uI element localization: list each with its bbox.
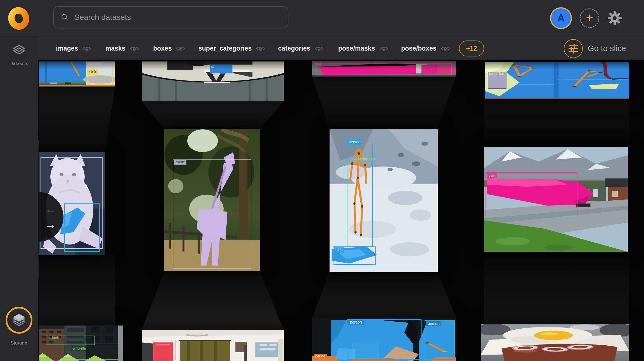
storage-ring <box>6 307 32 334</box>
search-input[interactable] <box>74 13 281 22</box>
annotation-label: person <box>314 354 327 359</box>
annotation-label: umbrella <box>48 336 60 340</box>
sidebar: Datasets Storage <box>0 37 38 361</box>
field-chip-masks[interactable]: masks <box>105 37 139 60</box>
bounding-box <box>173 159 251 269</box>
eye-off-icon[interactable] <box>176 46 185 52</box>
annotation-label: person <box>347 139 362 145</box>
annotation-label: person <box>348 320 364 325</box>
tile-city-image[interactable]: umbrella umbrella <box>39 326 123 361</box>
wall-wedge <box>484 99 629 147</box>
user-avatar[interactable]: A <box>550 7 572 29</box>
wall-wedge <box>312 77 456 129</box>
bounding-box <box>352 343 378 358</box>
tile-skier-image[interactable]: person pose/person skis <box>330 129 438 272</box>
eye-icon[interactable] <box>256 46 265 52</box>
annotation-label: person <box>426 321 441 326</box>
eye-icon[interactable] <box>130 46 139 52</box>
annotation-label: sports ball <box>489 72 505 76</box>
field-chip-super-categories[interactable]: super_categories <box>198 37 265 60</box>
tile-food-image[interactable] <box>481 324 629 361</box>
tile-giraffe-image[interactable]: giraffe <box>164 129 260 271</box>
annotation-label: train <box>487 173 497 178</box>
storage-hexagon-icon <box>12 313 26 327</box>
gear-icon <box>607 10 623 26</box>
tune-icon <box>568 43 579 54</box>
search-bar[interactable] <box>53 6 288 28</box>
more-fields-badge[interactable]: +12 <box>459 41 484 56</box>
go-to-slice-button[interactable] <box>564 39 583 58</box>
annotation-label: tv <box>210 65 214 69</box>
app-header: A + <box>0 0 644 37</box>
field-chip-pose-boxes[interactable]: pose/boxes <box>401 37 450 60</box>
go-to-slice-label[interactable]: Go to slice <box>588 37 626 60</box>
fields-toolbar: images masks boxes super_categories cate… <box>38 37 644 60</box>
add-dataset-button[interactable]: + <box>580 8 599 28</box>
bounding-box <box>314 63 451 75</box>
bounding-box <box>486 172 577 216</box>
bounding-box <box>153 341 176 360</box>
field-chip-categories[interactable]: categories <box>278 37 323 60</box>
back-arrow-icon[interactable]: ← <box>45 204 56 215</box>
tile-water-image[interactable]: sports ball <box>485 62 629 99</box>
wall-wedge <box>142 271 284 330</box>
annotation-label: bed <box>315 62 321 66</box>
annotation-label: sink <box>87 69 98 75</box>
header-divider <box>0 37 644 37</box>
layers-icon <box>12 44 26 58</box>
sidebar-item-storage[interactable]: Storage <box>0 307 38 346</box>
field-chip-boxes[interactable]: boxes <box>153 37 185 60</box>
forward-arrow-icon[interactable]: → <box>45 219 56 230</box>
annotation-label: giraffe <box>174 160 186 165</box>
tile-mirror-image[interactable]: tv <box>142 61 284 101</box>
wall-wedge <box>484 252 629 324</box>
eye-icon[interactable] <box>441 46 450 52</box>
annotation-label: umbrella <box>71 346 87 351</box>
app-logo-icon[interactable] <box>8 7 30 30</box>
field-chip-pose-masks[interactable]: pose/masks <box>338 37 388 60</box>
tile-room-image[interactable] <box>142 330 284 361</box>
mask-box <box>210 65 233 73</box>
eye-icon[interactable] <box>82 46 91 52</box>
bounding-box <box>64 203 100 252</box>
tile-bed-image[interactable]: bed <box>312 61 456 77</box>
eye-icon[interactable] <box>315 46 323 52</box>
annotation-label: pose/person <box>353 156 375 161</box>
avatar-letter: A <box>557 12 565 24</box>
tile-train-image[interactable]: train <box>484 147 628 252</box>
settings-button[interactable] <box>607 10 623 26</box>
annotation-label: skis <box>334 247 344 253</box>
wall-wedge <box>39 87 115 152</box>
search-icon <box>61 13 69 21</box>
tile-persons-image[interactable]: person person person <box>312 318 456 361</box>
wall-wedge <box>39 255 115 326</box>
wall-wedge <box>142 101 284 129</box>
tile-bathroom-image[interactable]: sink <box>39 61 115 87</box>
dataset-image-wall: sink tv <box>38 60 644 361</box>
eye-icon[interactable] <box>380 46 388 52</box>
plus-icon: + <box>586 11 593 24</box>
sidebar-item-datasets[interactable]: Datasets <box>0 44 38 66</box>
field-chip-images[interactable]: images <box>56 37 91 60</box>
wall-wedge <box>312 272 456 318</box>
